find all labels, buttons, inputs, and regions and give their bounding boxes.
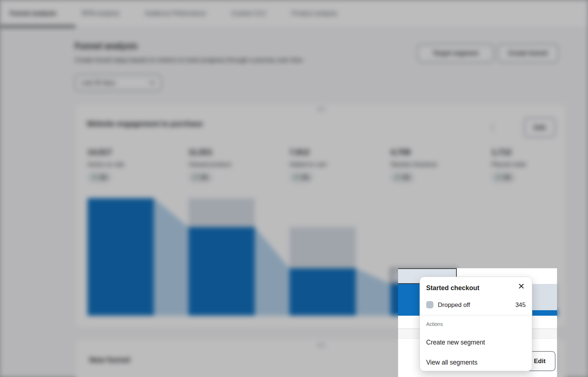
dropped-off-swatch (426, 301, 433, 308)
actions-section-label: Actions (426, 321, 443, 327)
screenshot-stage: Funnel analysis RFM analysis Audience Pe… (0, 0, 588, 377)
dropped-off-value: 345 (515, 301, 526, 309)
close-icon[interactable]: × (516, 281, 527, 292)
new-funnel-card-title: New funnel (89, 355, 130, 364)
funnel-bar-segment-1[interactable] (188, 227, 255, 316)
popover-divider (420, 315, 532, 315)
started-checkout-popover: Started checkout × Dropped off 345 Actio… (420, 277, 532, 371)
funnel-dropoff-segment-1[interactable] (188, 198, 255, 227)
drag-handle-icon[interactable] (317, 342, 325, 347)
create-new-segment-action[interactable]: Create new segment (426, 339, 526, 346)
funnel-bar-segment-0[interactable] (87, 198, 154, 316)
popover-title: Started checkout (426, 284, 479, 292)
dropped-off-label: Dropped off (438, 301, 470, 309)
view-all-segments-action[interactable]: View all segments (426, 359, 526, 366)
funnel-dropoff-segment-2[interactable] (289, 227, 356, 268)
funnel-bar-segment-2[interactable] (289, 268, 356, 316)
